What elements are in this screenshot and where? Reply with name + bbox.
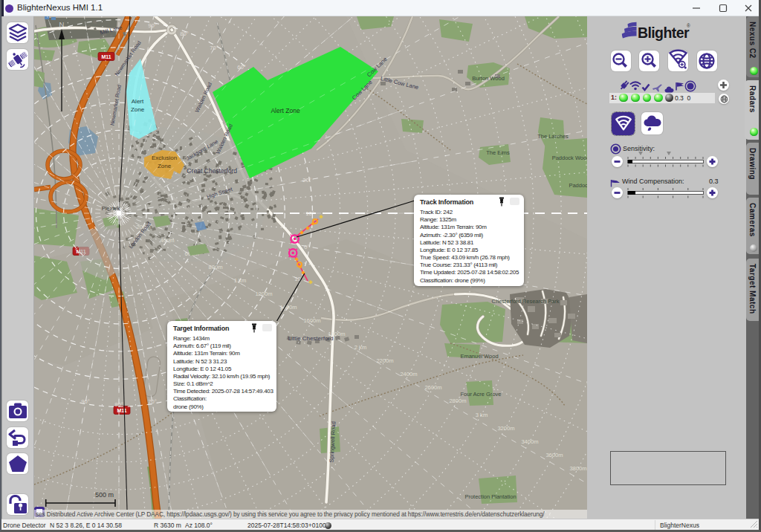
- svg-text:1200m: 1200m: [255, 291, 272, 297]
- svg-text:Chesterford Research Park: Chesterford Research Park: [492, 298, 560, 305]
- svg-text:M11: M11: [101, 54, 111, 59]
- svg-text:Zone: Zone: [158, 163, 172, 169]
- svg-text:2200m: 2200m: [376, 357, 393, 364]
- svg-text:3 km: 3 km: [476, 412, 488, 418]
- svg-text:Plextek: Plextek: [102, 205, 120, 212]
- svg-text:N: N: [59, 20, 65, 28]
- svg-text:Alert: Alert: [132, 98, 144, 105]
- svg-text:Burton Wood: Burton Wood: [472, 75, 505, 82]
- svg-text:3800m: 3800m: [569, 465, 586, 472]
- svg-text:®: ®: [687, 23, 690, 28]
- svg-text:Emanuel Wood: Emanuel Wood: [460, 353, 498, 360]
- svg-text:90°: 90°: [81, 398, 89, 405]
- svg-text:The Elms: The Elms: [486, 149, 510, 156]
- svg-text:500 m: 500 m: [95, 491, 114, 499]
- svg-text:Alert Zone: Alert Zone: [271, 107, 299, 114]
- svg-text:20°: 20°: [302, 177, 311, 184]
- svg-text:Blighter: Blighter: [638, 25, 690, 41]
- svg-text:3200m: 3200m: [497, 425, 514, 432]
- svg-text:2600m: 2600m: [424, 384, 441, 391]
- svg-text:90°: 90°: [148, 22, 156, 29]
- svg-text:400m: 400m: [161, 237, 175, 244]
- svg-text:2800m: 2800m: [449, 398, 466, 404]
- svg-text:80°: 80°: [180, 30, 188, 37]
- svg-text:3400m: 3400m: [521, 438, 538, 445]
- svg-text:1600m: 1600m: [303, 317, 320, 324]
- svg-text:60°: 60°: [237, 64, 245, 71]
- svg-text:70°: 70°: [148, 398, 156, 405]
- svg-text:M11: M11: [117, 408, 126, 413]
- svg-text:Little Chesterford: Little Chesterford: [288, 335, 334, 342]
- svg-text:Exclusion: Exclusion: [152, 155, 177, 161]
- svg-text:Protection Plantation: Protection Plantation: [464, 493, 516, 500]
- svg-text:The Larches: The Larches: [537, 133, 569, 140]
- svg-text:Paddock Wood: Paddock Wood: [552, 155, 587, 161]
- svg-text:70°: 70°: [210, 45, 218, 51]
- svg-text:Four Acre Grove: Four Acre Grove: [460, 391, 501, 398]
- svg-text:Zone: Zone: [131, 106, 145, 113]
- svg-text:2400m: 2400m: [400, 371, 417, 377]
- svg-text:0°: 0°: [304, 244, 309, 250]
- svg-text:Great Chesterford: Great Chesterford: [187, 167, 237, 175]
- svg-text:Paddock: Paddock: [569, 182, 587, 189]
- svg-text:3600m: 3600m: [545, 452, 563, 458]
- svg-text:20°: 20°: [280, 305, 288, 312]
- svg-text:2 km: 2 km: [354, 344, 366, 351]
- svg-text:800m: 800m: [209, 264, 223, 270]
